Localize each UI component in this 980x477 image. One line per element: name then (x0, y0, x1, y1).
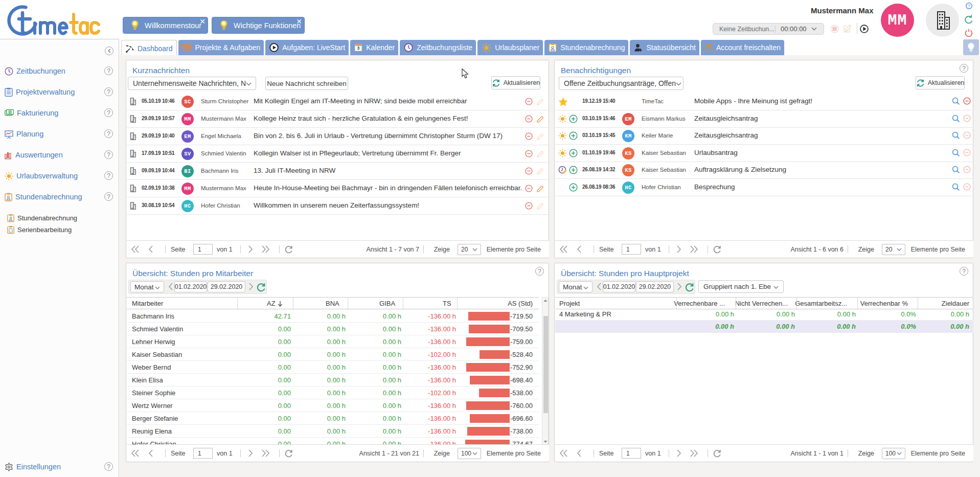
svg-text:3: 3 (357, 46, 360, 51)
svg-text:?: ? (968, 3, 970, 9)
